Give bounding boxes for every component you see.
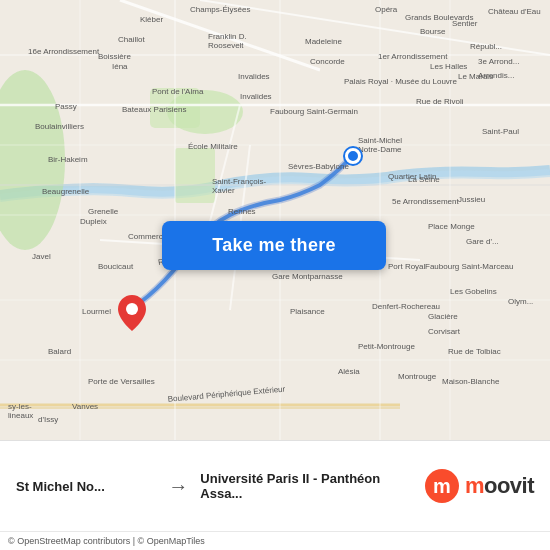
bottom-bar: St Michel No... → Université Paris II - … bbox=[0, 440, 550, 550]
copyright-text: © OpenStreetMap contributors | © OpenMap… bbox=[8, 536, 205, 546]
moovit-circle-icon: m bbox=[425, 469, 459, 503]
svg-text:Concorde: Concorde bbox=[310, 57, 345, 66]
copyright-bar: © OpenStreetMap contributors | © OpenMap… bbox=[0, 531, 550, 550]
svg-text:Palais Royal · Musée du Louvre: Palais Royal · Musée du Louvre bbox=[344, 77, 458, 86]
svg-text:Kléber: Kléber bbox=[140, 15, 163, 24]
svg-text:Gare d'...: Gare d'... bbox=[466, 237, 499, 246]
svg-text:Roosevelt: Roosevelt bbox=[208, 41, 244, 50]
origin-station: St Michel No... bbox=[16, 479, 156, 494]
svg-text:d'Issy: d'Issy bbox=[38, 415, 58, 424]
svg-text:Saint-Michel: Saint-Michel bbox=[358, 136, 402, 145]
svg-text:Invalides: Invalides bbox=[240, 92, 272, 101]
svg-text:Plaisance: Plaisance bbox=[290, 307, 325, 316]
svg-text:Rue de Rivoli: Rue de Rivoli bbox=[416, 97, 464, 106]
origin-station-name: St Michel No... bbox=[16, 479, 156, 494]
svg-text:Sentier: Sentier bbox=[452, 19, 478, 28]
svg-text:Pont de l'Alma: Pont de l'Alma bbox=[152, 87, 204, 96]
svg-text:Boissière: Boissière bbox=[98, 52, 131, 61]
moovit-brand: m moovit bbox=[425, 469, 534, 503]
svg-text:sy-les-: sy-les- bbox=[8, 402, 32, 411]
destination-station-name: Université Paris II - Panthéon Assa... bbox=[200, 471, 425, 501]
take-me-there-button[interactable]: Take me there bbox=[162, 221, 386, 270]
svg-text:Balard: Balard bbox=[48, 347, 71, 356]
svg-text:Vanves: Vanves bbox=[72, 402, 98, 411]
app-container: Champs bbox=[0, 0, 550, 550]
origin-marker bbox=[345, 148, 361, 164]
svg-text:Port Royal: Port Royal bbox=[388, 262, 426, 271]
svg-text:Lourmel: Lourmel bbox=[82, 307, 111, 316]
svg-text:Petit-Montrouge: Petit-Montrouge bbox=[358, 342, 415, 351]
svg-text:Boucicaut: Boucicaut bbox=[98, 262, 134, 271]
svg-text:Château d'Eau: Château d'Eau bbox=[488, 7, 541, 16]
route-arrow-icon: → bbox=[168, 475, 188, 498]
svg-text:Madeleine: Madeleine bbox=[305, 37, 342, 46]
svg-text:Grenelle: Grenelle bbox=[88, 207, 119, 216]
svg-text:Porte de Versailles: Porte de Versailles bbox=[88, 377, 155, 386]
svg-text:Gare Montparnasse: Gare Montparnasse bbox=[272, 272, 343, 281]
svg-text:Faubourg Saint-Marceau: Faubourg Saint-Marceau bbox=[425, 262, 514, 271]
map-svg: Champs-Élysées Kléber Opéra Grands Boule… bbox=[0, 0, 550, 440]
svg-text:Quartier Latin: Quartier Latin bbox=[388, 172, 436, 181]
svg-rect-4 bbox=[175, 148, 215, 203]
svg-text:Républ...: Républ... bbox=[470, 42, 502, 51]
svg-text:Corvisart: Corvisart bbox=[428, 327, 461, 336]
svg-text:Dupleix: Dupleix bbox=[80, 217, 107, 226]
svg-text:lineaux: lineaux bbox=[8, 411, 33, 420]
moovit-m-letter: m bbox=[433, 475, 451, 498]
svg-text:Chaillot: Chaillot bbox=[118, 35, 145, 44]
svg-text:Bateaux Parisiens: Bateaux Parisiens bbox=[122, 105, 186, 114]
svg-point-100 bbox=[126, 303, 138, 315]
svg-text:Olym...: Olym... bbox=[508, 297, 533, 306]
moovit-logo-text: moovit bbox=[465, 473, 534, 499]
map-area: Champs-Élysées Kléber Opéra Grands Boule… bbox=[0, 0, 550, 440]
svg-text:5e Arrondissement: 5e Arrondissement bbox=[392, 197, 459, 206]
svg-text:Denfert-Rochereau: Denfert-Rochereau bbox=[372, 302, 440, 311]
svg-text:Iéna: Iéna bbox=[112, 62, 128, 71]
svg-text:3e Arrond...: 3e Arrond... bbox=[478, 57, 519, 66]
svg-text:Javel: Javel bbox=[32, 252, 51, 261]
take-me-there-label: Take me there bbox=[212, 235, 336, 256]
svg-text:Faubourg Saint-Germain: Faubourg Saint-Germain bbox=[270, 107, 358, 116]
svg-text:Maison-Blanche: Maison-Blanche bbox=[442, 377, 500, 386]
svg-text:Bourse: Bourse bbox=[420, 27, 446, 36]
svg-text:Invalides: Invalides bbox=[238, 72, 270, 81]
svg-text:Place Monge: Place Monge bbox=[428, 222, 475, 231]
svg-text:Passy: Passy bbox=[55, 102, 77, 111]
svg-text:Glacière: Glacière bbox=[428, 312, 458, 321]
svg-text:Alésia: Alésia bbox=[338, 367, 360, 376]
svg-text:Franklin D.: Franklin D. bbox=[208, 32, 247, 41]
svg-text:Les Gobelins: Les Gobelins bbox=[450, 287, 497, 296]
svg-text:Sèvres-Babylone: Sèvres-Babylone bbox=[288, 162, 349, 171]
svg-text:Les Halles: Les Halles bbox=[430, 62, 467, 71]
svg-text:1er Arrondissement: 1er Arrondissement bbox=[378, 52, 448, 61]
route-info: St Michel No... → Université Paris II - … bbox=[0, 441, 550, 531]
svg-text:Opéra: Opéra bbox=[375, 5, 398, 14]
arrow-label: → bbox=[168, 475, 188, 497]
svg-text:Arrondis...: Arrondis... bbox=[478, 71, 514, 80]
svg-text:École Militaire: École Militaire bbox=[188, 142, 238, 151]
svg-text:Saint-François-: Saint-François- bbox=[212, 177, 267, 186]
svg-text:Rennes: Rennes bbox=[228, 207, 256, 216]
moovit-rest: oovit bbox=[484, 473, 534, 498]
svg-text:Champs-Élysées: Champs-Élysées bbox=[190, 5, 250, 14]
svg-text:16e Arrondissement: 16e Arrondissement bbox=[28, 47, 100, 56]
destination-station: Université Paris II - Panthéon Assa... bbox=[200, 471, 425, 501]
destination-marker bbox=[118, 295, 146, 335]
svg-text:Xavier: Xavier bbox=[212, 186, 235, 195]
svg-text:Beaugrenelle: Beaugrenelle bbox=[42, 187, 90, 196]
svg-text:Rue de Tolbiac: Rue de Tolbiac bbox=[448, 347, 501, 356]
svg-text:Saint-Paul: Saint-Paul bbox=[482, 127, 519, 136]
svg-text:Bir-Hakeim: Bir-Hakeim bbox=[48, 155, 88, 164]
svg-text:Jussieu: Jussieu bbox=[458, 195, 485, 204]
svg-text:Boulainvilliers: Boulainvilliers bbox=[35, 122, 84, 131]
svg-text:Notre-Dame: Notre-Dame bbox=[358, 145, 402, 154]
moovit-m-colored: m bbox=[465, 473, 484, 498]
svg-text:Montrouge: Montrouge bbox=[398, 372, 437, 381]
